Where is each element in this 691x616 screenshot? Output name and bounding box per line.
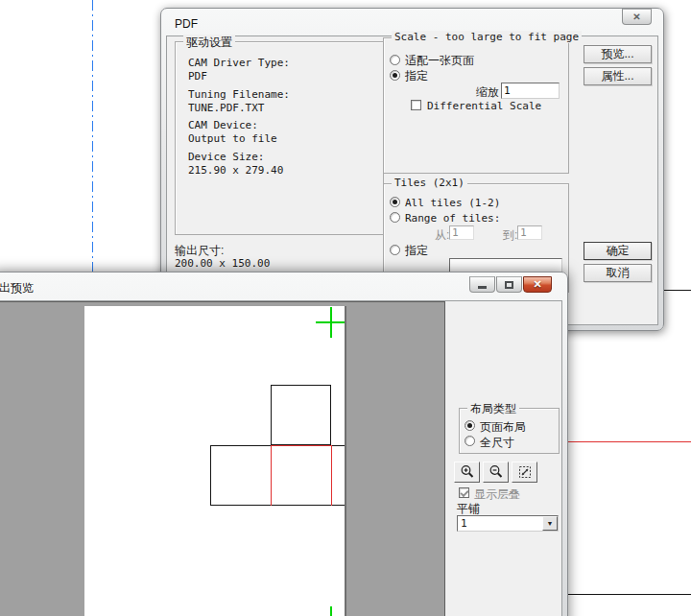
crosshair-bottom-tick xyxy=(330,606,332,616)
radio-icon xyxy=(465,420,475,431)
tiles-to-input[interactable] xyxy=(517,225,542,240)
zoom-fit-icon xyxy=(517,464,533,480)
radio-specify-tiles-label: 指定 xyxy=(405,243,428,259)
ok-button[interactable]: 确定 xyxy=(584,242,652,260)
tiles-from-input[interactable] xyxy=(449,225,474,240)
preview-window-title: 出预览 xyxy=(0,280,34,296)
close-icon: ✕ xyxy=(632,12,640,22)
preview-side-panel: 布局类型 页面布局 全尺寸 xyxy=(445,301,561,616)
maximize-icon xyxy=(505,281,513,289)
radio-icon xyxy=(390,197,400,207)
radio-range-tiles-label: Range of tiles: xyxy=(405,212,500,225)
differential-scale-label: Differential Scale xyxy=(427,100,541,112)
zoom-out-icon xyxy=(488,464,504,480)
checkbox-icon xyxy=(411,100,421,110)
maximize-button[interactable] xyxy=(496,276,522,293)
tiles-to-label: 到: xyxy=(503,227,517,244)
app-root: PDF ✕ 驱动设置 CAM Driver Type: PDF Tuning F… xyxy=(0,0,691,616)
driver-row-value: PDF xyxy=(188,70,207,83)
layout-type-group-title: 布局类型 xyxy=(467,401,519,417)
board-outline-top-rect xyxy=(271,385,331,445)
radio-fit-label: 适配一张页面 xyxy=(405,53,474,69)
tile-boundary-red-right xyxy=(331,445,332,506)
output-size-value: 200.00 x 150.00 xyxy=(175,257,270,270)
preview-canvas[interactable] xyxy=(0,301,445,616)
radio-page-layout-label: 页面布局 xyxy=(480,419,526,436)
tile-boundary-red-left xyxy=(271,445,272,506)
driver-row-label: CAM Device: xyxy=(188,119,258,131)
pdf-dialog-title: PDF xyxy=(175,17,198,31)
zoom-in-button[interactable] xyxy=(454,462,480,483)
checkbox-icon xyxy=(459,487,469,498)
minimize-icon xyxy=(478,286,487,289)
zoom-out-button[interactable] xyxy=(483,462,509,483)
tile-boundary-red-top xyxy=(271,445,332,446)
radio-all-tiles-label: All tiles (1-2) xyxy=(405,197,500,209)
radio-icon xyxy=(390,212,400,223)
layout-type-group: 布局类型 页面布局 全尺寸 xyxy=(459,408,560,454)
radio-icon xyxy=(390,70,400,81)
crosshair-vertical xyxy=(330,307,332,338)
driver-row-value: TUNE.PDF.TXT xyxy=(188,102,264,114)
minimize-button[interactable] xyxy=(469,276,495,293)
properties-button[interactable]: 属性... xyxy=(584,67,652,85)
chevron-down-icon[interactable]: ▼ xyxy=(542,516,558,531)
board-outline-wide-rect xyxy=(210,445,346,506)
preview-button[interactable]: 预览... xyxy=(584,45,652,63)
preview-close-button[interactable]: ✕ xyxy=(523,276,552,293)
driver-settings-group-title: 驱动设置 xyxy=(183,35,235,51)
zoom-in-icon xyxy=(460,464,475,480)
driver-row-label: CAM Driver Type: xyxy=(188,57,290,69)
driver-settings-group: 驱动设置 CAM Driver Type: PDF Tuning Filenam… xyxy=(175,41,384,235)
scale-group: Scale - too large to fit page 适配一张页面 指定 … xyxy=(383,37,569,174)
preview-page xyxy=(84,306,346,616)
cancel-button[interactable]: 取消 xyxy=(584,264,652,282)
driver-row-label: Device Size: xyxy=(188,151,264,163)
radio-icon xyxy=(465,436,475,446)
radio-icon xyxy=(390,55,400,65)
scale-factor-input[interactable] xyxy=(501,83,560,99)
driver-row-value: Output to file xyxy=(188,132,277,145)
driver-row-value: 215.90 x 279.40 xyxy=(188,164,283,177)
radio-full-size-label: 全尺寸 xyxy=(480,435,514,451)
radio-icon xyxy=(390,245,400,255)
tiles-from-label: 从: xyxy=(435,227,449,244)
close-icon: ✕ xyxy=(533,278,541,291)
scale-factor-label: 缩放 xyxy=(476,84,499,101)
show-overlay-label: 显示层叠 xyxy=(474,486,520,503)
scale-group-title: Scale - too large to fit page xyxy=(392,31,582,43)
driver-row-label: Tuning Filename: xyxy=(188,88,290,101)
pdf-dialog-close-button[interactable]: ✕ xyxy=(622,9,652,25)
tiles-group-title: Tiles (2x1) xyxy=(392,177,467,189)
radio-specify-label: 指定 xyxy=(405,68,428,84)
zoom-fit-button[interactable] xyxy=(512,462,537,483)
output-preview-window: 出预览 ✕ 布局类型 xyxy=(0,272,568,616)
